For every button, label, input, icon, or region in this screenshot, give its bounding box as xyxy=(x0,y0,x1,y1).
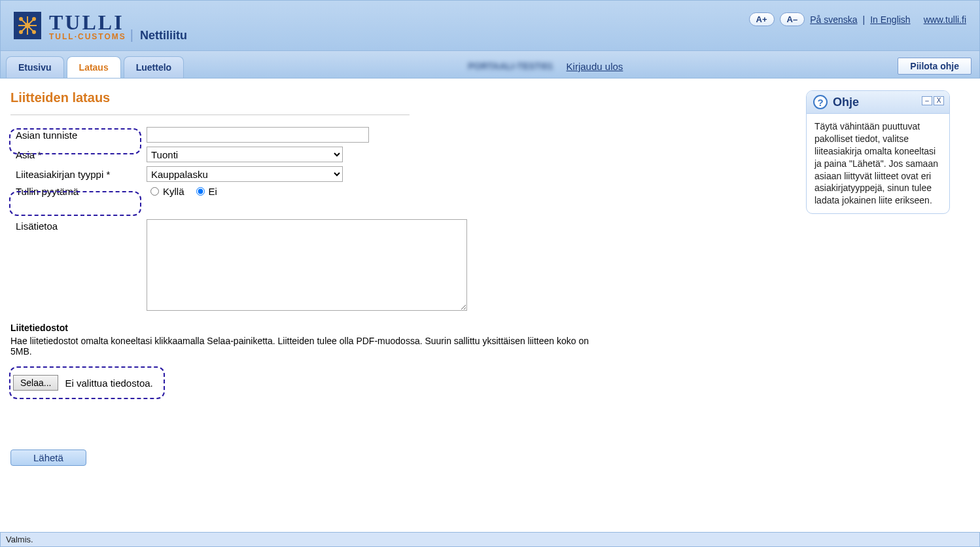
logo-icon xyxy=(14,12,41,39)
help-title: Ohje xyxy=(833,96,859,109)
help-close-icon[interactable]: X xyxy=(934,96,944,105)
logo-area: TULLI TULL·CUSTOMS xyxy=(14,10,126,41)
main-form: Liitteiden lataus Asian tunniste Asia * … xyxy=(10,90,599,466)
font-increase-button[interactable]: A+ xyxy=(749,12,775,26)
files-desc: Hae liitetiedostot omalta koneeltasi kli… xyxy=(10,336,599,357)
label-asian-tunniste: Asian tunniste xyxy=(10,130,147,141)
site-link[interactable]: www.tulli.fi xyxy=(924,14,966,25)
tab-luettelo[interactable]: Luettelo xyxy=(124,56,184,78)
browse-button[interactable]: Selaa... xyxy=(13,375,58,391)
navbar: Etusivu Lataus Luettelo PORTAALI-TESTI01… xyxy=(0,51,980,79)
svg-point-2 xyxy=(33,18,35,20)
sidebar: ? Ohje – X Täytä vähintään puuttuvat pak… xyxy=(806,90,950,466)
label-tullin-pyytama: Tullin pyytämä xyxy=(10,186,147,197)
no-file-text: Ei valittua tiedostoa. xyxy=(65,378,152,389)
label-liiteasiakirjan-tyyppi: Liiteasiakirjan tyyppi * xyxy=(10,169,147,180)
user-name: PORTAALI-TESTI01 xyxy=(468,61,553,71)
divider: | xyxy=(130,27,133,43)
font-decrease-button[interactable]: A– xyxy=(780,12,805,26)
lang-swedish-link[interactable]: På svenska xyxy=(810,14,857,25)
radio-group-tullin-pyytama: Kyllä Ei xyxy=(147,186,222,197)
logo-main-text: TULLI xyxy=(49,10,126,35)
help-body: Täytä vähintään puuttuvat pakolliset tie… xyxy=(807,114,949,213)
svg-point-1 xyxy=(20,18,22,20)
radio-kylla[interactable] xyxy=(150,187,159,196)
help-icon: ? xyxy=(813,95,828,109)
input-asian-tunniste[interactable] xyxy=(147,127,369,143)
select-asia[interactable]: Tuonti xyxy=(147,147,343,162)
submit-button[interactable]: Lähetä xyxy=(10,450,86,466)
tab-etusivu[interactable]: Etusivu xyxy=(6,56,64,78)
content: Liitteiden lataus Asian tunniste Asia * … xyxy=(0,79,980,478)
lang-separator: | xyxy=(863,14,866,25)
logout-link[interactable]: Kirjaudu ulos xyxy=(567,61,623,72)
svg-point-0 xyxy=(26,24,29,27)
label-lisatietoa: Lisätietoa xyxy=(10,219,147,311)
page-title: Liitteiden lataus xyxy=(10,90,599,105)
select-liiteasiakirjan-tyyppi[interactable]: Kauppalasku xyxy=(147,166,343,182)
header: TULLI TULL·CUSTOMS | Nettiliitu A+ A– På… xyxy=(0,0,980,51)
logo-sub-text: TULL·CUSTOMS xyxy=(49,32,126,41)
files-title: Liitetiedostot xyxy=(10,323,599,333)
radio-kylla-label: Kyllä xyxy=(163,186,184,197)
header-right: A+ A– På svenska | In English www.tulli.… xyxy=(749,12,966,26)
app-name: Nettiliitu xyxy=(140,29,187,43)
svg-point-3 xyxy=(20,31,22,33)
help-panel: ? Ohje – X Täytä vähintään puuttuvat pak… xyxy=(806,90,950,214)
lang-english-link[interactable]: In English xyxy=(870,14,910,25)
textarea-lisatietoa[interactable] xyxy=(147,219,467,311)
radio-ei[interactable] xyxy=(196,187,205,196)
title-rule xyxy=(10,115,410,115)
hide-help-button[interactable]: Piilota ohje xyxy=(898,58,971,75)
svg-point-4 xyxy=(33,31,35,33)
help-header: ? Ohje – X xyxy=(807,91,949,114)
label-asia: Asia * xyxy=(10,149,147,160)
radio-ei-label: Ei xyxy=(209,186,217,197)
help-minimize-icon[interactable]: – xyxy=(922,96,932,105)
tab-lataus[interactable]: Lataus xyxy=(67,56,121,78)
